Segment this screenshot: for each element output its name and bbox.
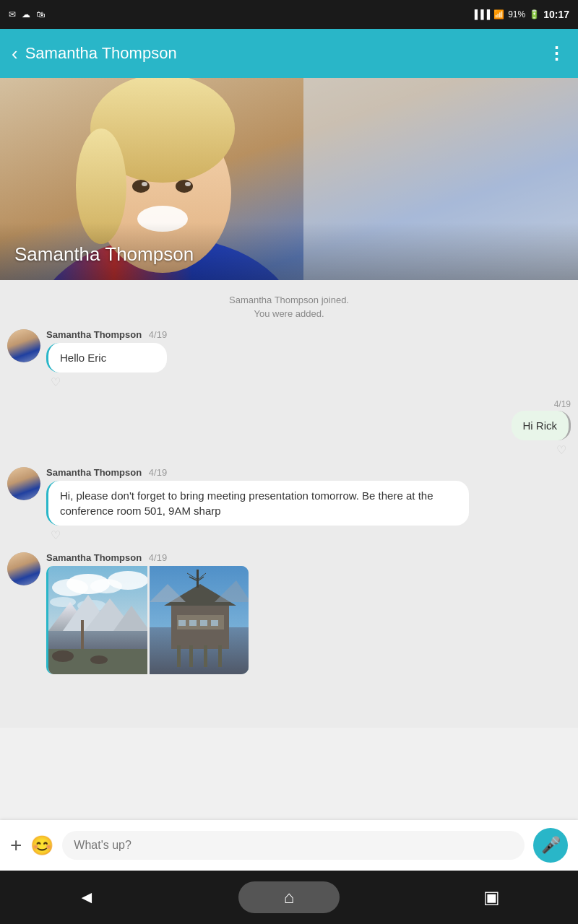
status-bar-left-icons: ✉ ☁ 🛍 <box>9 9 45 19</box>
sender-name-3: Samantha Thompson <box>46 467 142 478</box>
signal-icon: ▐▐▐ <box>472 9 491 19</box>
message-group-3: Samantha Thompson 4/19 Hi, please don't … <box>46 467 469 542</box>
svg-point-8 <box>132 180 150 193</box>
avatar-samantha-4 <box>7 552 40 585</box>
message-date-1: 4/19 <box>149 329 167 340</box>
photo-grid[interactable] <box>46 566 249 674</box>
svg-rect-45 <box>211 620 218 626</box>
message-date-3: 4/19 <box>149 467 167 478</box>
message-meta-1: Samantha Thompson 4/19 <box>46 329 167 340</box>
heart-icon-2[interactable]: ♡ <box>556 443 566 457</box>
svg-point-11 <box>185 182 191 186</box>
svg-rect-39 <box>204 645 207 667</box>
message-group-2: 4/19 Hi Rick ♡ <box>512 399 571 457</box>
sender-name-4: Samantha Thompson <box>46 552 142 563</box>
battery-icon: 🔋 <box>529 9 540 19</box>
cover-name: Samantha Thompson <box>14 243 194 266</box>
svg-rect-24 <box>81 620 84 653</box>
svg-rect-43 <box>189 620 197 626</box>
svg-point-9 <box>176 180 193 193</box>
heart-icon-3[interactable]: ♡ <box>51 528 469 542</box>
mic-icon: 🎤 <box>541 836 561 855</box>
recents-nav-icon: ▣ <box>483 887 500 907</box>
wifi-icon: 📶 <box>493 9 504 19</box>
recents-nav-button[interactable]: ▣ <box>470 881 513 913</box>
back-nav-button[interactable]: ◄ <box>65 881 108 913</box>
message-date-2: 4/19 <box>554 399 571 409</box>
system-message-joined: Samantha Thompson joined. <box>7 295 571 305</box>
bubble-2[interactable]: Hi Rick <box>512 411 571 440</box>
svg-rect-38 <box>189 645 193 667</box>
message-row-1: Samantha Thompson 4/19 Hello Eric ♡ <box>7 329 571 389</box>
back-button[interactable]: ‹ <box>12 43 18 65</box>
svg-rect-42 <box>178 620 186 626</box>
message-group-4: Samantha Thompson 4/19 <box>46 552 249 674</box>
cover-photo: Samantha Thompson <box>0 78 578 280</box>
message-date-4: 4/19 <box>149 552 167 563</box>
heart-icon-1[interactable]: ♡ <box>51 375 167 389</box>
photo-pier[interactable] <box>150 566 249 674</box>
message-meta-4: Samantha Thompson 4/19 <box>46 552 249 563</box>
pier-scene <box>150 566 249 674</box>
photo-sky[interactable] <box>48 566 147 674</box>
emoji-button[interactable]: 😊 <box>30 834 53 857</box>
mic-button[interactable]: 🎤 <box>533 828 568 863</box>
home-nav-icon: ⌂ <box>284 887 295 907</box>
status-bar-right-icons: ▐▐▐ 📶 91% 🔋 10:17 <box>472 9 569 20</box>
avatar-samantha-3 <box>7 467 40 500</box>
svg-point-26 <box>52 650 74 662</box>
bubble-3[interactable]: Hi, please don't forget to bring meeting… <box>46 481 469 526</box>
avatar-samantha-1 <box>7 329 40 362</box>
svg-rect-37 <box>177 645 181 667</box>
back-nav-icon: ◄ <box>78 887 95 907</box>
status-bar: ✉ ☁ 🛍 ▐▐▐ 📶 91% 🔋 10:17 <box>0 0 578 29</box>
input-bar: + 😊 🎤 <box>0 820 578 871</box>
shopping-icon: 🛍 <box>36 9 45 19</box>
cloud-icon: ☁ <box>22 9 30 19</box>
message-group-1: Samantha Thompson 4/19 Hello Eric ♡ <box>46 329 167 389</box>
message-input[interactable] <box>62 831 525 860</box>
add-button[interactable]: + <box>10 834 22 857</box>
menu-button[interactable]: ⋮ <box>548 43 566 64</box>
sky-scene <box>48 566 147 674</box>
bubble-1[interactable]: Hello Eric <box>46 343 167 372</box>
svg-rect-40 <box>218 645 222 667</box>
svg-rect-44 <box>200 620 207 626</box>
bottom-nav: ◄ ⌂ ▣ <box>0 871 578 924</box>
app-bar: ‹ Samantha Thompson ⋮ <box>0 29 578 78</box>
message-row-2: 4/19 Hi Rick ♡ <box>7 399 571 457</box>
email-icon: ✉ <box>9 9 16 19</box>
app-bar-title: Samantha Thompson <box>25 44 548 63</box>
chat-content[interactable]: Samantha Thompson joined. You were added… <box>0 280 578 728</box>
svg-point-27 <box>90 655 108 664</box>
message-row-4: Samantha Thompson 4/19 <box>7 552 571 674</box>
message-meta-3: Samantha Thompson 4/19 <box>46 467 469 478</box>
status-time: 10:17 <box>543 9 569 20</box>
svg-rect-32 <box>197 570 199 588</box>
home-nav-button[interactable]: ⌂ <box>238 881 340 913</box>
system-message-added: You were added. <box>7 308 571 319</box>
message-row-3: Samantha Thompson 4/19 Hi, please don't … <box>7 467 571 542</box>
sender-name-1: Samantha Thompson <box>46 329 142 340</box>
battery-level: 91% <box>508 9 525 19</box>
svg-point-16 <box>108 571 147 590</box>
svg-point-10 <box>142 182 147 186</box>
